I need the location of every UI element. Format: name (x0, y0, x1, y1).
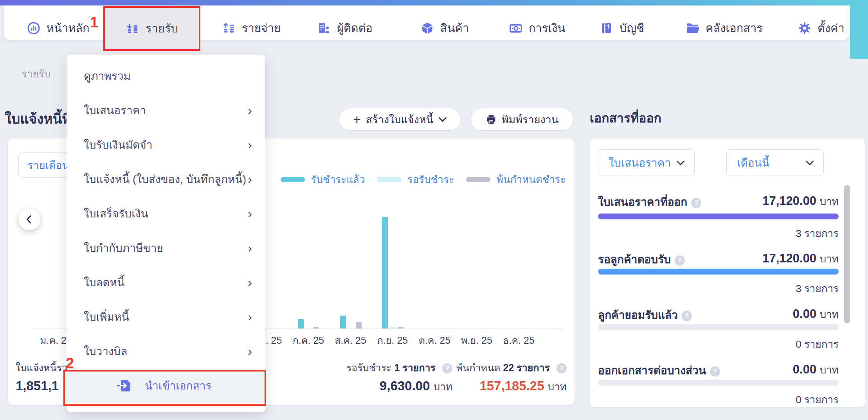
bar-paid-month-6 (298, 319, 304, 328)
menu-item-deposit-receipt[interactable]: ใบรับเงินมัดจำ› (67, 127, 265, 162)
chevron-right-icon: › (248, 206, 252, 221)
menu-item-receipt[interactable]: ใบเสร็จรับเงิน› (67, 196, 265, 231)
stat-overdue-value-line: 157,185.25 บาท (456, 379, 567, 395)
nav-label-revenue: รายรับ (146, 20, 178, 38)
menu-item-quotation[interactable]: ใบเสนอราคา› (67, 93, 265, 127)
chevron-left-icon (23, 214, 35, 225)
menu-item-credit-note[interactable]: ใบลดหนี้› (67, 265, 265, 300)
settings-icon (798, 21, 812, 35)
help-icon[interactable]: ? (442, 363, 452, 373)
document-type-select[interactable]: ใบเสนอราคา (598, 149, 695, 176)
bar-paid-month-7 (340, 316, 346, 328)
menu-item-debit-note[interactable]: ใบเพิ่มหนี้› (67, 300, 265, 334)
print-report-button[interactable]: พิมพ์รายงาน (470, 108, 574, 131)
contacts-icon (317, 21, 331, 35)
nav-item-contacts[interactable]: ผู้ติดต่อ (317, 17, 373, 39)
chevron-right-icon: › (248, 172, 252, 187)
stat-pending-count: 1 รายการ (394, 362, 436, 373)
chart-prev-button[interactable] (18, 208, 40, 230)
nav-label-products: สินค้า (440, 19, 469, 37)
doc-row-progress (598, 324, 839, 330)
help-icon[interactable]: ? (556, 363, 567, 373)
expense-icon (222, 21, 236, 35)
nav-item-home[interactable]: หน้าหลัก (27, 17, 90, 39)
x-axis-label: พ.ย. 25 (455, 332, 498, 348)
x-axis-label: ก.ย. 25 (371, 332, 414, 348)
menu-item-invoice[interactable]: ใบแจ้งหนี้ (ใบส่งของ, บันทึกลูกหนี้)› (67, 162, 265, 196)
chevron-right-icon: › (248, 138, 252, 152)
create-invoice-label: สร้างใบแจ้งหนี้ (366, 111, 433, 128)
help-icon[interactable]: ? (675, 255, 685, 266)
issued-documents-card: ใบเสนอราคา เดือนนี้ ใบเสนอราคาที่ออก? 17… (590, 138, 865, 407)
stat-overdue-value: 157,185.25 (479, 379, 544, 393)
bar-overdue-month-8 (398, 327, 403, 328)
chevron-right-icon: › (248, 275, 252, 290)
nav-label-documents: คลังเอกสาร (706, 19, 763, 37)
nav-item-finance[interactable]: การเงิน (509, 17, 565, 39)
top-navigation-bar: หน้าหลัก รายจ่าย ผู้ติดต่อ สินค้า การเงิ (4, 5, 850, 40)
documents-icon (686, 21, 700, 35)
stat-overdue: พ้นกำหนด 22 รายการ ? 157,185.25 บาท (456, 360, 567, 395)
doc-row-label: ลูกค้ายอมรับแล้ว? (598, 306, 692, 323)
help-icon[interactable]: ? (691, 198, 701, 208)
chevron-down-icon (438, 116, 447, 122)
menu-item-import-documents[interactable]: นำเข้าเอกสาร (67, 368, 265, 403)
doc-row-count: 0 รายการ (796, 336, 839, 352)
stat-pending-value-line: 9,630.00 บาท (346, 379, 452, 395)
doc-row-value: 17,120.00 บาท (762, 251, 839, 267)
doc-row-value: 0.00 บาท (793, 306, 839, 322)
revenue-dropdown-menu: ดูภาพรวม ใบเสนอราคา› ใบรับเงินมัดจำ› ใบแ… (67, 55, 265, 412)
nav-item-products[interactable]: สินค้า (420, 17, 469, 39)
issued-documents-heading: เอกสารที่ออก (590, 108, 661, 128)
finance-icon (509, 21, 523, 35)
stat-overdue-label: พ้นกำหนด (456, 362, 501, 373)
nav-label-expense: รายจ่าย (242, 19, 281, 37)
help-icon[interactable]: ? (710, 366, 720, 377)
doc-row-progress (598, 214, 839, 219)
x-axis-label: ต.ค. 25 (413, 332, 456, 348)
doc-row-value: 17,120.00 บาท (762, 193, 839, 209)
doc-row-label: รอลูกค้าตอบรับ? (598, 251, 685, 268)
menu-item-sales-tax-invoice[interactable]: ใบกำกับภาษีขาย› (67, 231, 265, 265)
doc-row-count: 0 รายการ (796, 391, 839, 407)
nav-item-documents[interactable]: คลังเอกสาร (686, 17, 763, 39)
stat-pending-label-line: รอรับชำระ 1 รายการ ? (346, 360, 452, 375)
menu-item-billing-note[interactable]: ใบวางบิล› (67, 334, 265, 368)
help-icon[interactable]: ? (682, 311, 692, 321)
nav-item-expense[interactable]: รายจ่าย (222, 17, 281, 39)
printer-icon (486, 114, 497, 125)
nav-item-accounting[interactable]: บัญชี (600, 17, 644, 39)
product-icon (420, 21, 434, 35)
chevron-right-icon: › (248, 241, 252, 255)
chevron-right-icon: › (248, 344, 252, 359)
annotation-step-2: 2 (66, 355, 74, 372)
import-document-icon (117, 378, 131, 393)
nav-label-finance: การเงิน (529, 19, 565, 37)
stat-overdue-label-line: พ้นกำหนด 22 รายการ ? (456, 360, 567, 375)
stat-pending-unit: บาท (434, 381, 452, 393)
nav-item-settings[interactable]: ตั้งค่า (798, 17, 845, 39)
doc-row-label: ออกเอกสารต่อบางส่วน? (598, 362, 720, 379)
stat-overdue-count: 22 รายการ (503, 362, 550, 373)
bar-pending-month-8 (390, 327, 396, 328)
doc-row-progress (598, 269, 839, 275)
doc-row-count: 3 รายการ (796, 280, 839, 296)
doc-row-progress-fill (598, 269, 839, 275)
bar-overdue-month-7 (356, 322, 362, 328)
menu-item-overview[interactable]: ดูภาพรวม (67, 59, 265, 93)
vertical-scrollbar[interactable] (844, 185, 850, 323)
document-period-select[interactable]: เดือนนี้ (726, 149, 824, 176)
chevron-right-icon: › (248, 103, 252, 118)
plus-icon: + (353, 113, 361, 126)
x-axis-label: ส.ค. 25 (329, 332, 372, 348)
create-invoice-button[interactable]: + สร้างใบแจ้งหนี้ (339, 108, 461, 131)
nav-label-accounting: บัญชี (619, 19, 644, 37)
chevron-down-icon (676, 160, 685, 166)
stat-total-label: ใบแจ้งหนี้รวม (16, 360, 74, 375)
doc-row-value: 0.00 บาท (793, 362, 839, 378)
breadcrumb[interactable]: รายรับ (22, 66, 50, 82)
document-type-select-value: ใบเสนอราคา (609, 154, 671, 171)
nav-item-revenue-active[interactable]: รายรับ (103, 6, 200, 51)
stat-pending-label: รอรับชำระ (346, 362, 392, 373)
bar-overdue-month-6 (313, 327, 319, 328)
